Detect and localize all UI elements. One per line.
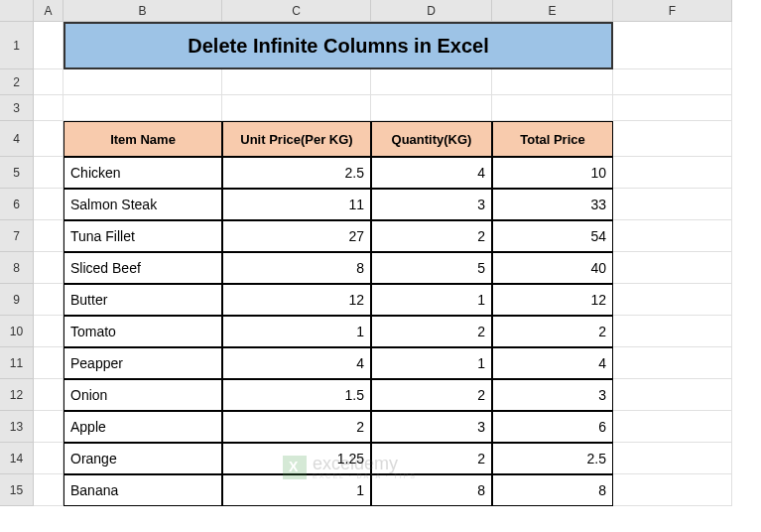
cell-F7[interactable] [613,220,732,252]
data-qty-2[interactable]: 2 [371,220,492,252]
data-qty-1[interactable]: 3 [371,189,492,220]
data-qty-10[interactable]: 8 [371,474,492,506]
row-header-7[interactable]: 7 [0,220,34,252]
row-header-3[interactable]: 3 [0,95,34,121]
data-unit-4[interactable]: 12 [222,284,371,316]
data-item-10[interactable]: Banana [63,474,222,506]
cell-A6[interactable] [34,189,63,220]
cell-E2[interactable] [492,69,613,95]
data-unit-5[interactable]: 1 [222,316,371,347]
data-unit-6[interactable]: 4 [222,347,371,379]
row-header-2[interactable]: 2 [0,69,34,95]
data-item-5[interactable]: Tomato [63,316,222,347]
data-item-0[interactable]: Chicken [63,157,222,189]
cell-A8[interactable] [34,252,63,284]
cell-A15[interactable] [34,474,63,506]
col-header-F[interactable]: F [613,0,732,22]
data-item-3[interactable]: Sliced Beef [63,252,222,284]
data-total-10[interactable]: 8 [492,474,613,506]
cell-F3[interactable] [613,95,732,121]
row-header-4[interactable]: 4 [0,121,34,157]
data-item-8[interactable]: Apple [63,411,222,443]
data-item-2[interactable]: Tuna Fillet [63,220,222,252]
cell-F9[interactable] [613,284,732,316]
cell-F8[interactable] [613,252,732,284]
cell-A10[interactable] [34,316,63,347]
data-item-7[interactable]: Onion [63,379,222,411]
data-qty-4[interactable]: 1 [371,284,492,316]
data-unit-1[interactable]: 11 [222,189,371,220]
row-header-5[interactable]: 5 [0,157,34,189]
row-header-13[interactable]: 13 [0,411,34,443]
data-item-6[interactable]: Peapper [63,347,222,379]
cell-A7[interactable] [34,220,63,252]
cell-F2[interactable] [613,69,732,95]
cell-F15[interactable] [613,474,732,506]
cell-A11[interactable] [34,347,63,379]
cell-F13[interactable] [613,411,732,443]
row-header-11[interactable]: 11 [0,347,34,379]
cell-B2[interactable] [63,69,222,95]
data-item-1[interactable]: Salmon Steak [63,189,222,220]
data-total-5[interactable]: 2 [492,316,613,347]
data-total-2[interactable]: 54 [492,220,613,252]
data-qty-9[interactable]: 2 [371,443,492,474]
cell-A2[interactable] [34,69,63,95]
data-total-8[interactable]: 6 [492,411,613,443]
row-header-10[interactable]: 10 [0,316,34,347]
col-header-C[interactable]: C [222,0,371,22]
row-header-9[interactable]: 9 [0,284,34,316]
row-header-8[interactable]: 8 [0,252,34,284]
cell-D3[interactable] [371,95,492,121]
row-header-1[interactable]: 1 [0,22,34,69]
cell-F5[interactable] [613,157,732,189]
data-qty-6[interactable]: 1 [371,347,492,379]
cell-F12[interactable] [613,379,732,411]
cell-C2[interactable] [222,69,371,95]
cell-F1[interactable] [613,22,732,69]
col-header-A[interactable]: A [34,0,63,22]
cell-F6[interactable] [613,189,732,220]
cell-F4[interactable] [613,121,732,157]
data-qty-8[interactable]: 3 [371,411,492,443]
col-header-B[interactable]: B [63,0,222,22]
data-unit-2[interactable]: 27 [222,220,371,252]
data-total-6[interactable]: 4 [492,347,613,379]
data-qty-7[interactable]: 2 [371,379,492,411]
data-unit-0[interactable]: 2.5 [222,157,371,189]
col-header-D[interactable]: D [371,0,492,22]
row-header-12[interactable]: 12 [0,379,34,411]
cell-E3[interactable] [492,95,613,121]
cell-C3[interactable] [222,95,371,121]
spreadsheet-grid[interactable]: ABCDEF1Delete Infinite Columns in Excel2… [0,0,761,506]
cell-F14[interactable] [613,443,732,474]
data-unit-7[interactable]: 1.5 [222,379,371,411]
data-unit-10[interactable]: 1 [222,474,371,506]
cell-A1[interactable] [34,22,63,69]
data-total-9[interactable]: 2.5 [492,443,613,474]
cell-A5[interactable] [34,157,63,189]
cell-A13[interactable] [34,411,63,443]
data-qty-5[interactable]: 2 [371,316,492,347]
cell-B3[interactable] [63,95,222,121]
data-total-4[interactable]: 12 [492,284,613,316]
cell-A14[interactable] [34,443,63,474]
row-header-15[interactable]: 15 [0,474,34,506]
col-header-E[interactable]: E [492,0,613,22]
data-unit-8[interactable]: 2 [222,411,371,443]
data-unit-9[interactable]: 1.25 [222,443,371,474]
data-total-0[interactable]: 10 [492,157,613,189]
data-item-4[interactable]: Butter [63,284,222,316]
data-total-3[interactable]: 40 [492,252,613,284]
data-item-9[interactable]: Orange [63,443,222,474]
data-qty-3[interactable]: 5 [371,252,492,284]
data-qty-0[interactable]: 4 [371,157,492,189]
row-header-14[interactable]: 14 [0,443,34,474]
cell-F10[interactable] [613,316,732,347]
data-total-7[interactable]: 3 [492,379,613,411]
row-header-6[interactable]: 6 [0,189,34,220]
select-all-corner[interactable] [0,0,34,22]
cell-D2[interactable] [371,69,492,95]
cell-A9[interactable] [34,284,63,316]
data-total-1[interactable]: 33 [492,189,613,220]
